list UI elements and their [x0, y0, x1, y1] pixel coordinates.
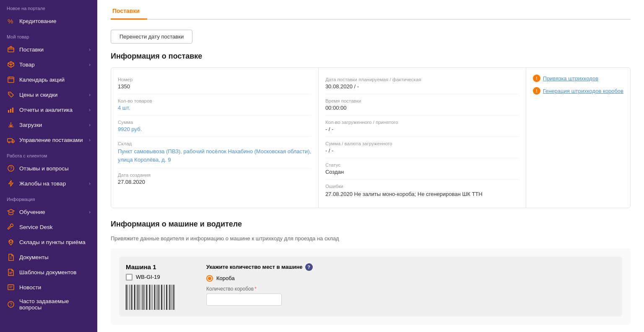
arrow-icon: › — [89, 122, 91, 127]
value-time: 00:00:00 — [325, 105, 519, 111]
info-row-status: Статус Создан — [325, 158, 519, 180]
sidebar-item-label: Шаблоны документов — [19, 269, 76, 275]
svg-point-9 — [12, 142, 13, 143]
svg-text:?: ? — [10, 302, 13, 307]
sidebar-item-shablony[interactable]: Шаблоны документов — [0, 265, 97, 280]
sidebar-item-ceny[interactable]: Цены и скидки › — [0, 87, 97, 102]
download-icon — [7, 121, 15, 129]
sidebar-section-new: Новое на портале — [0, 0, 97, 13]
value-dataplanned: 30.08.2020 / - — [325, 83, 519, 90]
lightning-icon — [7, 179, 15, 188]
info-row-qty: Кол-во товаров 4 шт. — [118, 94, 312, 116]
help-icon[interactable]: ? — [305, 263, 313, 271]
truck-icon — [7, 136, 15, 144]
info-row-dataplanned: Дата поставки планируемая / фактическая … — [325, 73, 519, 94]
sidebar-item-sklady[interactable]: Склады и пункты приёма — [0, 234, 97, 250]
sidebar-item-label: Поставки — [19, 46, 44, 53]
label-sklad: Склад — [118, 141, 312, 146]
sidebar-item-label: Цены и скидки — [19, 92, 57, 98]
places-label: Укажите количество мест в машине — [206, 264, 303, 270]
machine-section-subtitle: Привяжите данные водителя и информацию о… — [111, 235, 631, 242]
sidebar-item-kreditivanie[interactable]: % Кредитование — [0, 13, 97, 28]
sidebar-item-obuchenie[interactable]: Обучение › — [0, 204, 97, 219]
sidebar-item-tovar[interactable]: Товар › — [0, 57, 97, 72]
value-loaded: - / - — [325, 126, 519, 132]
value-status: Создан — [325, 169, 519, 175]
sidebar-item-label: Управление поставками — [19, 137, 83, 143]
sidebar-item-dokumenty[interactable]: Документы — [0, 250, 97, 265]
wrench-icon — [7, 223, 15, 231]
machine-right: Укажите количество мест в машине ? Короб… — [206, 263, 615, 306]
arrow-icon: › — [89, 137, 91, 142]
sidebar-item-label: Отзывы и вопросы — [19, 165, 69, 172]
sidebar-item-faq[interactable]: ? Часто задаваемые вопросы — [0, 295, 97, 314]
sidebar-item-label: Service Desk — [19, 224, 53, 230]
arrow-icon: › — [89, 107, 91, 112]
link-barcode-gen[interactable]: ! Генерация штрихкодов коробов — [533, 87, 623, 95]
machine-section-card: Машина 1 WB-GI-19 Укажите количество мес… — [111, 248, 631, 325]
boxes-count-section: Количество коробов — [206, 286, 615, 306]
machine-checkbox[interactable] — [126, 274, 132, 281]
sidebar-item-zhaloby[interactable]: Жалобы на товар › — [0, 176, 97, 191]
label-qty: Кол-во товаров — [118, 98, 312, 103]
sidebar-item-otzyvy[interactable]: ? Отзывы и вопросы — [0, 161, 97, 176]
sidebar-item-label: Документы — [19, 254, 49, 260]
info-row-sklad: Склад Пункт самовывоза (ПВЗ), рабочий по… — [118, 137, 312, 168]
svg-rect-2 — [8, 77, 14, 82]
radio-dot-boxes[interactable] — [206, 275, 213, 282]
link-barcode-bind[interactable]: ! Привязка штрихкодов — [533, 75, 623, 82]
radio-boxes[interactable]: Короба — [206, 275, 615, 282]
sidebar-item-label: Отчеты и аналитика — [19, 107, 73, 113]
info-col-actions: ! Привязка штрихкодов ! Генерация штрихк… — [526, 68, 630, 208]
svg-point-8 — [8, 142, 10, 143]
svg-rect-7 — [8, 139, 12, 142]
label-time: Время поставки — [325, 98, 519, 103]
sidebar-item-servicedesk[interactable]: Service Desk — [0, 219, 97, 234]
svg-text:?: ? — [10, 166, 12, 171]
svg-point-3 — [10, 93, 10, 94]
sidebar-item-postavki[interactable]: Поставки › — [0, 42, 97, 57]
box-icon — [7, 45, 15, 54]
label-summa: Сумма — [118, 120, 312, 125]
sidebar-item-upravlenie[interactable]: Управление поставками › — [0, 132, 97, 147]
location-icon — [7, 238, 15, 246]
machine-barcode-label: WB-GI-19 — [136, 274, 160, 280]
question-icon: ? — [7, 164, 15, 172]
machine-checkbox-row[interactable]: WB-GI-19 — [126, 274, 193, 281]
label-loaded: Кол-во загруженного / принятого — [325, 120, 519, 125]
machine-section-heading: Информация о машине и водителе — [111, 220, 631, 229]
boxes-input-label: Количество коробов — [206, 286, 615, 292]
tab-postavki[interactable]: Поставки — [111, 3, 147, 20]
svg-rect-4 — [8, 110, 9, 113]
sidebar-item-novosti[interactable]: Новости — [0, 280, 97, 295]
file-icon — [7, 253, 15, 261]
info-row-time: Время поставки 00:00:00 — [325, 94, 519, 116]
sidebar-section-client: Работа с клиентом — [0, 147, 97, 161]
sidebar-section-info: Информация — [0, 191, 97, 204]
sidebar-item-label: Склады и пункты приёма — [19, 239, 86, 245]
info-col-1: Номер 1350 Кол-во товаров 4 шт. Сумма 99… — [111, 68, 319, 208]
label-dataplanned: Дата поставки планируемая / фактическая — [325, 77, 519, 82]
calendar-icon — [7, 75, 15, 84]
info-row-number: Номер 1350 — [118, 73, 312, 94]
sidebar-item-zagruzki[interactable]: Загрузки › — [0, 117, 97, 132]
info-row-summa: Сумма 9920 руб. — [118, 116, 312, 137]
sidebar-item-calendar[interactable]: Календарь акций — [0, 72, 97, 87]
transfer-date-button[interactable]: Перенести дату поставки — [111, 30, 192, 44]
arrow-icon: › — [89, 92, 91, 97]
info-row-datacreate: Дата создания 27.08.2020 — [118, 168, 312, 189]
svg-rect-13 — [9, 272, 13, 273]
tab-bar: Поставки — [111, 0, 631, 20]
graduation-icon — [7, 208, 15, 216]
boxes-count-input[interactable] — [206, 293, 282, 306]
sidebar-item-otchety[interactable]: Отчеты и аналитика › — [0, 102, 97, 117]
value-datacreate: 27.08.2020 — [118, 179, 312, 185]
arrow-icon: › — [89, 62, 91, 67]
info-card: Номер 1350 Кол-во товаров 4 шт. Сумма 99… — [111, 67, 631, 208]
sidebar-item-label: Обучение — [19, 209, 45, 215]
svg-rect-1 — [8, 48, 14, 52]
svg-rect-15 — [8, 285, 14, 290]
svg-text:%: % — [8, 18, 13, 25]
places-title: Укажите количество мест в машине ? — [206, 263, 615, 271]
cube-icon — [7, 60, 15, 69]
